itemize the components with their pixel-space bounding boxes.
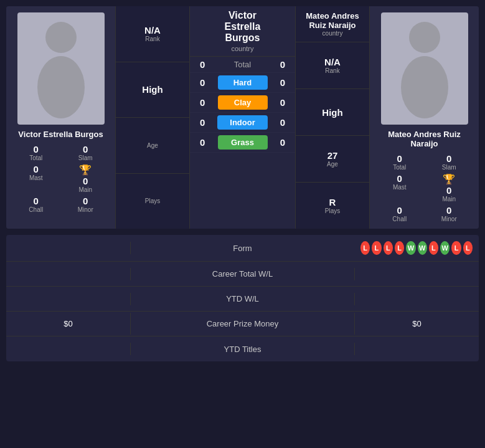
indoor-button[interactable]: Indoor <box>217 115 267 130</box>
ytd-titles-label: YTD Titles <box>131 338 354 360</box>
total-score-left: 0 <box>200 59 205 70</box>
player2-card: Mateo Andres Ruiz Naraijo 0 Total 0 Slam… <box>370 6 479 229</box>
player1-mast-cell: 0 Mast <box>12 164 60 193</box>
player2-trophy-icon: 🏆 <box>443 173 455 185</box>
player2-total-label: Total <box>393 164 406 171</box>
right-age-value: 27 <box>327 150 338 161</box>
right-rank-label: Rank <box>325 67 339 74</box>
player2-minor-value: 0 <box>446 205 451 216</box>
prize-money-left: $0 <box>6 313 131 335</box>
hard-button[interactable]: Hard <box>218 75 268 90</box>
player2-slam-cell: 0 Slam <box>426 153 473 171</box>
ytd-titles-right <box>354 343 479 355</box>
svg-point-2 <box>409 22 440 53</box>
form-row: Form L L L L W W L W L L <box>6 235 479 262</box>
player2-total-value: 0 <box>397 153 402 164</box>
form-badge-5: W <box>406 241 415 255</box>
mid-rank-value: N/A <box>144 25 161 36</box>
player2-chall-cell: 0 Chall <box>376 205 423 222</box>
center-section: VictorEstrellaBurgos country 0 Total 0 0… <box>190 6 295 229</box>
mid-high-row: High <box>116 62 189 118</box>
indoor-score-left: 0 <box>200 117 205 128</box>
total-score-right: 0 <box>280 59 285 70</box>
surface-row-indoor: 0 Indoor 0 <box>190 113 295 133</box>
ytd-wl-left <box>6 293 131 305</box>
player1-main-label: Main <box>78 186 92 193</box>
hard-score-left: 0 <box>200 77 205 88</box>
hard-score-right: 0 <box>280 77 285 88</box>
svg-point-0 <box>45 22 77 53</box>
player1-total-value: 0 <box>34 144 39 155</box>
player2-mast-cell: 0 Mast <box>376 173 423 203</box>
form-badge-8: W <box>440 241 450 255</box>
grass-score-left: 0 <box>200 137 205 148</box>
player2-minor-label: Minor <box>441 216 457 222</box>
player1-avatar <box>17 12 105 125</box>
player2-mast-value: 0 <box>397 173 402 184</box>
svg-point-3 <box>401 56 448 118</box>
player1-minor-value: 0 <box>83 196 88 206</box>
surface-row-grass: 0 Grass 0 <box>190 133 295 153</box>
player2-main-value: 0 <box>446 185 451 196</box>
player1-stats: 0 Total 0 Slam 0 Mast 🏆 0 Main 0 <box>12 144 109 213</box>
total-score-row: 0 Total 0 <box>190 57 295 73</box>
players-section: Victor Estrella Burgos 0 Total 0 Slam 0 … <box>6 6 479 229</box>
mid-plays-row: Plays <box>116 174 189 229</box>
total-label: Total <box>234 60 251 69</box>
grass-score-right: 0 <box>280 137 285 148</box>
grass-button[interactable]: Grass <box>218 135 268 150</box>
form-badge-7: L <box>429 241 438 255</box>
clay-score-right: 0 <box>280 97 285 108</box>
player1-card: Victor Estrella Burgos 0 Total 0 Slam 0 … <box>6 6 115 229</box>
career-total-left <box>6 268 131 280</box>
right-high-value: High <box>322 107 342 118</box>
player1-chall-cell: 0 Chall <box>12 196 60 213</box>
center-player1-header: VictorEstrellaBurgos country <box>190 6 295 57</box>
ytd-titles-left <box>6 343 131 355</box>
right-plays-value: R <box>329 197 336 207</box>
right-plays-row: R Plays <box>296 183 369 229</box>
player2-avatar <box>381 12 468 125</box>
right-player-name: Mateo AndresRuiz Naraijo <box>301 11 364 30</box>
player1-slam-cell: 0 Slam <box>62 144 110 161</box>
form-badge-3: L <box>384 241 393 255</box>
form-badge-2: L <box>372 241 381 255</box>
right-player-country: country <box>301 30 364 37</box>
right-plays-label: Plays <box>325 207 340 214</box>
center-player1-country: country <box>196 45 289 52</box>
form-badge-10: L <box>463 241 473 255</box>
ytd-wl-label: YTD W/L <box>131 288 354 310</box>
clay-button[interactable]: Clay <box>218 95 268 110</box>
player1-trophy-cell: 🏆 0 Main <box>62 164 110 193</box>
clay-score-left: 0 <box>200 97 205 108</box>
player2-trophy-cell: 🏆 0 Main <box>426 173 473 203</box>
form-badge-4: L <box>395 241 404 255</box>
player1-chall-value: 0 <box>34 196 39 206</box>
player1-total-label: Total <box>29 155 42 161</box>
player1-slam-value: 0 <box>83 144 88 155</box>
surface-rows: 0 Hard 0 0 Clay 0 0 Indoor 0 0 Grass <box>190 73 295 229</box>
mid-age-row: Age <box>116 118 189 174</box>
form-badge-1: L <box>360 241 370 255</box>
player2-name: Mateo Andres Ruiz Naraijo <box>376 130 473 148</box>
form-badges: L L L L W W L W L L <box>354 235 479 261</box>
player1-trophy-icon: 🏆 <box>79 164 92 176</box>
player2-total-cell: 0 Total <box>376 153 423 171</box>
player1-slam-label: Slam <box>78 155 93 161</box>
player2-stats: 0 Total 0 Slam 0 Mast 🏆 0 Main 0 <box>376 153 473 222</box>
right-high-row: High <box>296 89 369 136</box>
mid-plays-label: Plays <box>145 198 160 204</box>
right-rank-row: N/A Rank <box>296 42 369 89</box>
main-container: Victor Estrella Burgos 0 Total 0 Slam 0 … <box>0 0 485 368</box>
prize-money-row: $0 Career Prize Money $0 <box>6 312 479 336</box>
svg-point-1 <box>37 56 85 118</box>
player2-mast-label: Mast <box>393 184 407 191</box>
mid-rank-row: N/A Rank <box>116 6 189 62</box>
prize-money-right: $0 <box>354 313 479 335</box>
player1-total-cell: 0 Total <box>12 144 60 161</box>
right-age-label: Age <box>327 161 338 168</box>
career-total-right <box>354 268 479 280</box>
player1-mast-value: 0 <box>34 164 39 174</box>
indoor-score-right: 0 <box>280 117 285 128</box>
right-age-row: 27 Age <box>296 136 369 183</box>
